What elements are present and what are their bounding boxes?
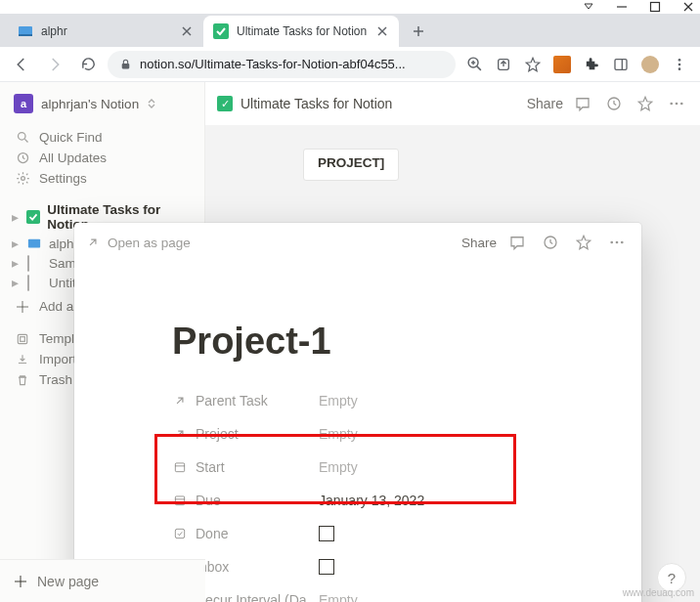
prop-value[interactable]: Empty [319, 459, 358, 475]
svg-rect-42 [175, 463, 184, 472]
tab-close-icon[interactable] [375, 24, 389, 38]
page-modal: Open as page Share Project-1 Parent Task… [74, 223, 641, 602]
open-page-icon [86, 236, 100, 249]
caret-icon[interactable]: ▸ [12, 275, 23, 290]
browser-tab-alphr[interactable]: alphr [8, 16, 203, 47]
favorite-star-icon[interactable] [634, 92, 657, 115]
calendar-icon [172, 460, 188, 474]
bookmark-star-icon[interactable] [524, 56, 542, 73]
inbox-checkbox[interactable] [319, 559, 334, 575]
caret-icon[interactable]: ▸ [12, 209, 22, 225]
svg-rect-1 [651, 3, 660, 12]
window-titlebar [0, 0, 700, 14]
toolbar-actions [461, 56, 692, 73]
nav-forward-button[interactable] [41, 51, 68, 78]
modal-updates-icon[interactable] [538, 230, 563, 255]
tab-close-icon[interactable] [180, 24, 194, 38]
breadcrumb[interactable]: Ultimate Tasks for Notion [241, 96, 392, 111]
sidebar-label: All Updates [39, 150, 107, 165]
extension-metamask-icon[interactable] [553, 56, 571, 73]
svg-rect-29 [28, 239, 40, 248]
page-title[interactable]: Project-1 [172, 321, 544, 363]
sidebar-quick-find[interactable]: Quick Find [4, 127, 200, 148]
lock-icon [119, 58, 132, 70]
modal-share-button[interactable]: Share [461, 236, 497, 250]
browser-toolbar: notion.so/Ultimate-Tasks-for-Notion-abf0… [0, 47, 700, 82]
svg-point-27 [21, 177, 24, 181]
svg-rect-28 [26, 210, 40, 224]
svg-point-41 [621, 241, 624, 244]
address-bar[interactable]: notion.so/Ultimate-Tasks-for-Notion-abf0… [108, 51, 456, 78]
tab-label: alphr [41, 24, 172, 38]
caret-icon[interactable]: ▸ [12, 236, 23, 251]
nav-reload-button[interactable] [74, 51, 102, 78]
prop-inbox[interactable]: Inbox [172, 550, 544, 583]
prop-value[interactable]: Empty [319, 393, 358, 408]
done-checkbox[interactable] [319, 526, 334, 541]
workspace-name: alphrjan's Notion [41, 97, 139, 111]
browser-tab-notion[interactable]: Ultimate Tasks for Notion [203, 16, 399, 47]
page-emoji-icon [26, 210, 43, 224]
svg-line-15 [476, 66, 480, 70]
share-page-icon[interactable] [495, 56, 512, 73]
open-as-page-button[interactable]: Open as page [108, 236, 191, 250]
svg-line-25 [24, 139, 27, 142]
prop-value[interactable]: Empty [319, 592, 358, 602]
share-button[interactable]: Share [527, 96, 563, 111]
background-card: PROJECT] [303, 149, 399, 181]
tab-label: Ultimate Tasks for Notion [237, 24, 368, 38]
relation-icon [172, 394, 188, 408]
comments-icon[interactable] [571, 92, 594, 115]
prop-parent-task[interactable]: Parent Task Empty [172, 384, 544, 417]
svg-point-22 [678, 63, 681, 65]
prop-label: Start [196, 459, 225, 475]
side-panel-icon[interactable] [612, 56, 630, 73]
sidebar-settings[interactable]: Settings [4, 168, 200, 189]
prop-recur[interactable]: Recur Interval (Da... Empty [172, 583, 544, 602]
prop-label: Done [196, 526, 228, 541]
caret-icon[interactable]: ▸ [12, 255, 23, 271]
svg-point-24 [18, 133, 25, 141]
svg-point-35 [670, 103, 673, 106]
updates-clock-icon[interactable] [602, 92, 626, 115]
watermark: www.deuaq.com [623, 587, 694, 598]
profile-avatar-icon[interactable] [641, 56, 659, 73]
card-text: PROJECT] [318, 155, 384, 170]
extensions-puzzle-icon[interactable] [583, 56, 600, 73]
prop-project[interactable]: Project Empty [172, 417, 544, 451]
prop-value[interactable]: Empty [319, 426, 358, 442]
workspace-icon: a [14, 94, 33, 113]
checkbox-prop-icon [172, 527, 188, 540]
window-close-icon[interactable] [682, 1, 694, 13]
page-icon [27, 256, 45, 271]
more-menu-icon[interactable] [665, 92, 688, 115]
sidebar-label: Quick Find [39, 130, 103, 145]
workspace-switcher[interactable]: a alphrjan's Notion [4, 90, 200, 117]
modal-comments-icon[interactable] [504, 230, 530, 255]
new-tab-button[interactable] [405, 18, 432, 45]
prop-due[interactable]: Due January 13, 2022 [172, 484, 544, 517]
trash-icon [14, 373, 31, 387]
page-emoji-icon [27, 236, 45, 250]
window-line-icon[interactable] [616, 1, 628, 13]
svg-rect-32 [18, 334, 26, 343]
modal-favorite-icon[interactable] [571, 230, 596, 255]
window-minimize-icon[interactable] [583, 1, 594, 13]
chrome-menu-icon[interactable] [671, 56, 688, 73]
prop-label: Project [196, 426, 239, 442]
new-page-label: New page [37, 574, 99, 589]
new-page-button[interactable]: New page [0, 559, 205, 602]
sidebar-all-updates[interactable]: All Updates [4, 148, 200, 168]
svg-point-23 [678, 67, 681, 70]
modal-toolbar: Open as page Share [74, 223, 641, 262]
nav-back-button[interactable] [8, 51, 35, 78]
prop-done[interactable]: Done [172, 517, 544, 550]
window-maximize-icon[interactable] [649, 1, 661, 13]
calendar-icon [172, 494, 188, 507]
page-icon: ✓ [217, 96, 233, 111]
zoom-icon[interactable] [465, 56, 483, 73]
sidebar-label: Import [39, 352, 76, 366]
modal-more-icon[interactable] [604, 230, 630, 255]
prop-value[interactable]: January 13, 2022 [319, 493, 424, 508]
prop-start[interactable]: Start Empty [172, 451, 544, 484]
